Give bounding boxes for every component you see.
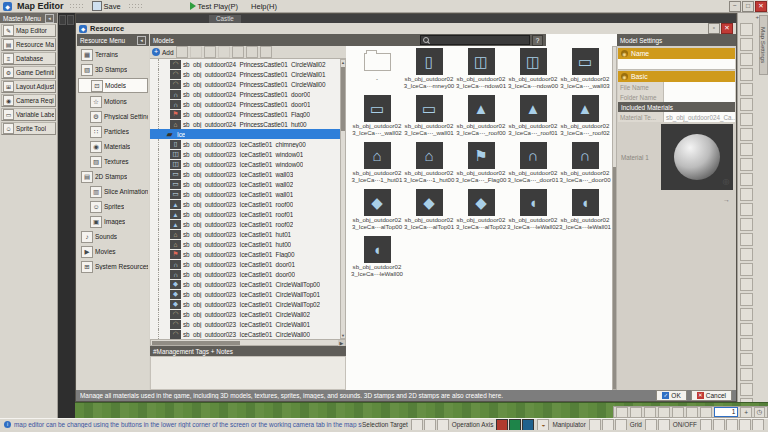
save-button[interactable]: Save — [90, 1, 123, 11]
tree-item[interactable]: ⚑ sb_obj_outdoor024_PrincessCastle01_Fla… — [150, 109, 340, 119]
axis-button[interactable] — [509, 419, 521, 431]
master-menu-item[interactable]: ▤ Resource Manag — [1, 38, 56, 51]
tree-item[interactable]: ◫ sb_obj_outdoor023_IceCastle01_window01 — [150, 149, 340, 159]
resource-menu-item[interactable]: ☆ Motions — [78, 95, 148, 108]
resource-menu-item[interactable]: ⊞ System Resources — [78, 260, 148, 273]
vertical-tab[interactable] — [67, 15, 74, 25]
model-thumbnail[interactable]: ▲ sb_obj_outdoor02 3_IceCa⋯_roof01 — [507, 94, 559, 141]
dialog-maximize-icon[interactable]: ▫ — [708, 23, 720, 34]
folder-name-value[interactable] — [664, 92, 735, 102]
tree-item[interactable]: ◠ sb_obj_outdoor024_PrincessCastle01_Cir… — [150, 69, 340, 79]
tree-item[interactable]: ▲ sb_obj_outdoor023_IceCastle01_roof01 — [150, 209, 340, 219]
tree-item[interactable]: ▲ sb_obj_outdoor023_IceCastle01_roof02 — [150, 219, 340, 229]
clock-icon[interactable]: ◷ — [754, 407, 765, 418]
resource-menu-item[interactable]: ▦ Terrains — [78, 48, 148, 61]
model-thumbnail[interactable]: ⚑ sb_obj_outdoor02 3_IceCa⋯_Flag00 — [455, 141, 507, 188]
tree-item[interactable]: ▭ sb_obj_outdoor023_IceCastle01_wall02 — [150, 179, 340, 189]
add-button[interactable]: + Add — [152, 48, 174, 56]
close-icon[interactable]: ✕ — [755, 1, 767, 12]
model-thumbnail[interactable]: ▯ sb_obj_outdoor02 3_IceCa⋯mney00 — [403, 47, 455, 94]
model-thumbnail[interactable]: ◖ sb_obj_outdoor02 3_IceCa⋯leWall00 — [351, 235, 403, 282]
tree-item[interactable]: ∩ sb_obj_outdoor023_IceCastle01_door01 — [150, 259, 340, 269]
tree-horizontal-scrollbar[interactable]: ▶ — [150, 339, 346, 346]
master-menu-item[interactable]: ≡ Database — [1, 52, 56, 65]
model-thumbnail[interactable]: ◆ sb_obj_outdoor02 3_IceCa⋯alTop00 — [351, 188, 403, 235]
palette-icon[interactable]: ◒ — [537, 419, 549, 431]
model-thumbnail[interactable]: ▭ sb_obj_outdoor02 3_IceCa⋯_wall01 — [403, 94, 455, 141]
resource-menu-item[interactable]: ◉ Materials — [78, 140, 148, 153]
tree-item[interactable]: ◠ sb_obj_outdoor024_PrincessCastle01_Cir… — [150, 59, 340, 69]
resource-menu-item[interactable]: ∷ Particles — [78, 125, 148, 138]
scroll-up-icon[interactable]: ▲ — [341, 60, 345, 65]
vertical-tab[interactable] — [59, 15, 66, 25]
tree-scroll-thumb[interactable] — [341, 67, 345, 131]
tree-item[interactable]: ◠ sb_obj_outdoor023_IceCastle01_CircleWa… — [150, 309, 340, 319]
material-picker-icon[interactable]: ◎ — [721, 176, 731, 186]
tree-item[interactable]: ◫ sb_obj_outdoor023_IceCastle01_window00 — [150, 159, 340, 169]
tree-item[interactable]: ▭ sb_obj_outdoor023_IceCastle01_wall03 — [150, 169, 340, 179]
scroll-down-icon[interactable]: ▼ — [341, 333, 345, 338]
resource-menu-item[interactable]: ▥ Slice Animation — [78, 185, 148, 198]
map-tab-castle[interactable]: Castle — [209, 15, 241, 23]
minimize-icon[interactable]: − — [729, 1, 741, 12]
grid-scroll-thumb[interactable] — [613, 167, 616, 389]
model-thumbnail[interactable]: ◆ sb_obj_outdoor02 3_IceCa⋯alTop01 — [403, 188, 455, 235]
tree-item[interactable]: ∩ sb_obj_outdoor024_PrincessCastle01_doo… — [150, 89, 340, 99]
tree-item[interactable]: ⚑ sb_obj_outdoor023_IceCastle01_Flag00 — [150, 249, 340, 259]
tree-item[interactable]: ⌂ sb_obj_outdoor023_IceCastle01_hut01 — [150, 229, 340, 239]
name-section-header[interactable]: ◉ Name — [618, 48, 735, 59]
dialog-close-icon[interactable]: ✕ — [721, 23, 733, 34]
tree-item[interactable]: ⌂ sb_obj_outdoor023_IceCastle01_hut00 — [150, 239, 340, 249]
tree-hscroll-thumb[interactable] — [152, 341, 240, 345]
model-thumbnail[interactable]: ◫ sb_obj_outdoor02 3_IceCa⋯ndow00 — [507, 47, 559, 94]
resource-menu-item[interactable]: ☺ Sprites — [78, 200, 148, 213]
resource-menu-item[interactable]: ▶ Movies — [78, 245, 148, 258]
map-settings-tab[interactable]: Map Settings — [759, 15, 768, 75]
resource-menu-item[interactable]: ♪ Sounds — [78, 230, 148, 243]
resource-menu-item[interactable]: ▨ Textures — [78, 155, 148, 168]
model-thumbnail[interactable]: ◖ sb_obj_outdoor02 3_IceCa⋯leWall02 — [507, 188, 559, 235]
count-field[interactable]: 1 — [714, 407, 738, 417]
model-thumbnail[interactable]: ◖ sb_obj_outdoor02 3_IceCa⋯leWall01 — [559, 188, 611, 235]
tree-vertical-scrollbar[interactable]: ▲ ▼ — [340, 59, 346, 339]
model-thumbnail[interactable]: ▭ sb_obj_outdoor02 3_IceCa⋯_wall02 — [351, 94, 403, 141]
tree-item[interactable]: ▯ sb_obj_outdoor023_IceCastle01_chimney0… — [150, 139, 340, 149]
file-name-value[interactable] — [664, 82, 735, 92]
notes-area[interactable] — [150, 356, 346, 390]
menu-item-help[interactable]: Help(H) — [247, 2, 281, 11]
tree-item[interactable]: ◠ sb_obj_outdoor024_PrincessCastle01_Cir… — [150, 79, 340, 89]
model-thumbnail[interactable]: ▭ sb_obj_outdoor02 3_IceCa⋯_wall03 — [559, 47, 611, 94]
model-thumbnail[interactable]: ∩ sb_obj_outdoor02 3_IceCa⋯_door01 — [507, 141, 559, 188]
tree-item[interactable]: ⌂ sb_obj_outdoor024_PrincessCastle01_hut… — [150, 119, 340, 129]
axis-button[interactable] — [496, 419, 508, 431]
tree-item[interactable]: ◆ sb_obj_outdoor023_IceCastle01_CircleWa… — [150, 289, 340, 299]
model-thumbnail[interactable]: ◆ sb_obj_outdoor02 3_IceCa⋯alTop02 — [455, 188, 507, 235]
model-thumbnail[interactable]: ⌂ sb_obj_outdoor02 3_IceCa⋯1_hut01 — [351, 141, 403, 188]
model-thumbnail[interactable]: ▲ sb_obj_outdoor02 3_IceCa⋯_roof00 — [455, 94, 507, 141]
help-button[interactable]: ? — [532, 35, 543, 46]
resource-menu-item[interactable]: ⊡ Models — [78, 78, 148, 93]
collapse-icon[interactable]: ◂ — [45, 14, 54, 23]
master-menu-item[interactable]: ✎ Map Editor — [1, 24, 56, 37]
master-menu-item[interactable]: ⚙ Game Definition — [1, 66, 56, 79]
master-menu-item[interactable]: ☺ Sprite Tool — [1, 122, 56, 135]
tree-item[interactable]: ◆ sb_obj_outdoor023_IceCastle01_CircleWa… — [150, 279, 340, 289]
axis-button[interactable] — [522, 419, 534, 431]
model-thumbnail[interactable]: ▲ sb_obj_outdoor02 3_IceCa⋯_roof02 — [559, 94, 611, 141]
tree-item[interactable]: ◠ sb_obj_outdoor023_IceCastle01_CircleWa… — [150, 319, 340, 329]
tree-item[interactable]: ∩ sb_obj_outdoor023_IceCastle01_door00 — [150, 269, 340, 279]
master-menu-item[interactable]: ◉ Camera Registr — [1, 94, 56, 107]
model-thumbnail[interactable]: ⌂ sb_obj_outdoor02 3_IceCa⋯1_hut00 — [403, 141, 455, 188]
tree-item[interactable]: ∩ sb_obj_outdoor024_PrincessCastle01_doo… — [150, 99, 340, 109]
model-thumbnail[interactable]: - — [351, 47, 403, 94]
master-menu-item[interactable]: ▭ Variable Labels — [1, 108, 56, 121]
resource-menu-item[interactable]: ▧ 3D Stamps — [78, 63, 148, 76]
model-thumbnail[interactable]: ∩ sb_obj_outdoor02 3_IceCa⋯_door00 — [559, 141, 611, 188]
basic-section-header[interactable]: ◉ Basic — [618, 71, 735, 82]
resource-menu-item[interactable]: ▤ 2D Stamps — [78, 170, 148, 183]
maximize-icon[interactable]: □ — [742, 1, 754, 12]
tree-item[interactable]: ◆ sb_obj_outdoor023_IceCastle01_CircleWa… — [150, 299, 340, 309]
increment-button[interactable]: + — [740, 407, 751, 418]
material-template-value[interactable]: sb_obj_outdoor024_Ca... — [664, 112, 735, 122]
master-menu-item[interactable]: ⊞ Layout Adjustm — [1, 80, 56, 93]
